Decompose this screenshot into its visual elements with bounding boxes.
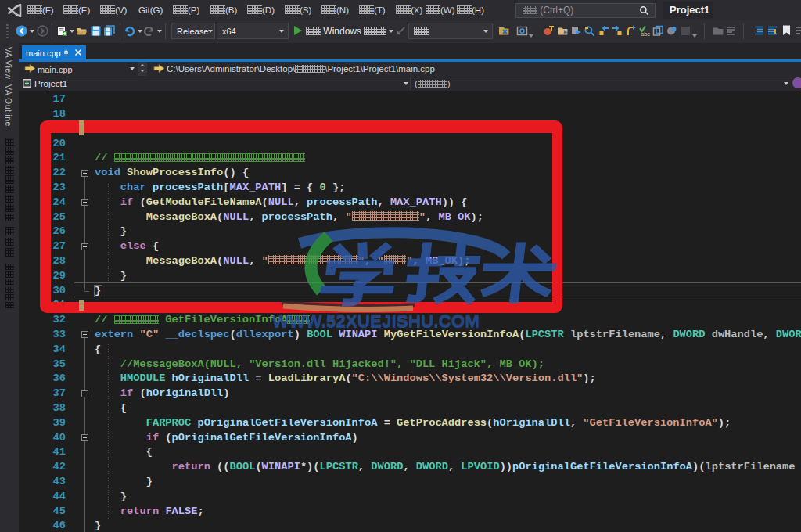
svg-text:WWW.52XUEJISHU.COM: WWW.52XUEJISHU.COM [272,312,480,332]
